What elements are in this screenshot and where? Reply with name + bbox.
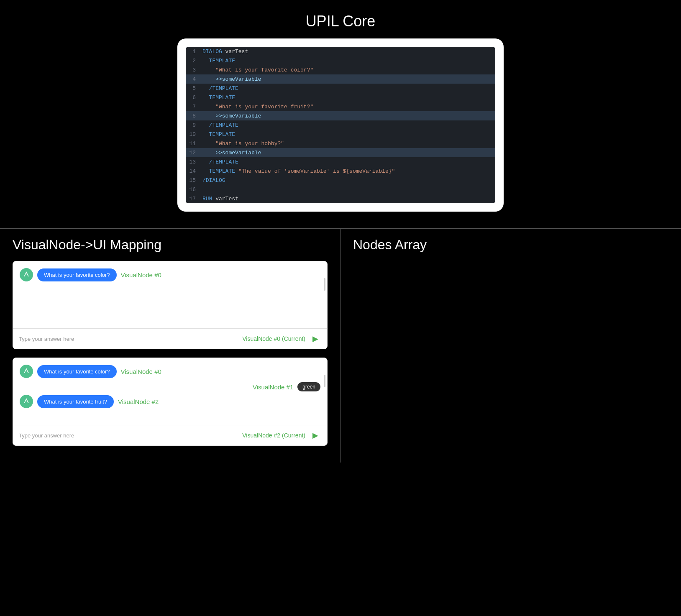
code-content-14: TEMPLATE "The value of 'someVariable' is… (202, 168, 395, 174)
code-line-12: 12 >>someVariable (186, 148, 495, 157)
code-line-17: 17 RUN varTest (186, 194, 495, 203)
line-num-14: 14 (186, 168, 202, 174)
node-label-2-0: VisualNode #0 (121, 368, 161, 375)
chat-bubble-2-0: What is your favorite color? (37, 365, 117, 378)
bottom-section: VisualNode->UI Mapping What is your favo… (0, 228, 681, 463)
chat-body-2: What is your favorite color? VisualNode … (13, 358, 327, 425)
line-num-17: 17 (186, 196, 202, 202)
code-line-1: 1 DIALOG varTest (186, 47, 495, 56)
line-num-8: 8 (186, 113, 202, 119)
right-column: Nodes Array (340, 229, 681, 463)
chat-bubble-2-2: What is your favorite fruit? (37, 395, 114, 408)
line-num-4: 4 (186, 76, 202, 82)
right-section-title: Nodes Array (353, 237, 668, 253)
left-section-title: VisualNode->UI Mapping (13, 237, 328, 253)
line-num-16: 16 (186, 187, 202, 193)
code-line-2: 2 TEMPLATE (186, 56, 495, 65)
code-line-15: 15 /DIALOG (186, 176, 495, 185)
line-num-3: 3 (186, 67, 202, 73)
message-row-2-0: What is your favorite color? VisualNode … (20, 365, 320, 378)
current-node-label-2: VisualNode #2 (Current) (242, 432, 305, 439)
node-label-2-1: VisualNode #1 (253, 383, 293, 391)
code-container: 1 DIALOG varTest 2 TEMPLATE 3 "What is y… (177, 38, 504, 212)
code-content-9: /TEMPLATE (202, 122, 238, 128)
node-label-2-2: VisualNode #2 (118, 398, 159, 405)
code-line-16: 16 (186, 185, 495, 194)
chat-footer-2[interactable]: Type your answer here VisualNode #2 (Cur… (13, 425, 327, 445)
chat-footer-1[interactable]: Type your answer here VisualNode #0 (Cur… (13, 328, 327, 349)
line-num-12: 12 (186, 150, 202, 156)
chat-widget-1: What is your favorite color? VisualNode … (13, 261, 328, 349)
top-section: UPIL Core 1 DIALOG varTest 2 TEMPLATE 3 … (0, 0, 681, 228)
code-content-17: RUN varTest (202, 196, 238, 202)
vuejs-logo-1 (20, 268, 33, 281)
chat-input-2[interactable]: Type your answer here (19, 432, 238, 439)
line-num-5: 5 (186, 85, 202, 92)
code-content-11: "What is your hobby?" (202, 141, 284, 147)
code-line-10: 10 TEMPLATE (186, 130, 495, 139)
code-line-9: 9 /TEMPLATE (186, 120, 495, 130)
code-line-11: 11 "What is your hobby?" (186, 139, 495, 148)
scrollbar-2 (324, 375, 325, 387)
line-num-1: 1 (186, 49, 202, 55)
message-row-1-0: What is your favorite color? VisualNode … (20, 268, 320, 281)
node-label-1-0: VisualNode #0 (121, 271, 161, 279)
code-line-8: 8 >>someVariable (186, 111, 495, 120)
message-row-2-2: What is your favorite fruit? VisualNode … (20, 395, 320, 408)
code-content-2: TEMPLATE (202, 58, 235, 64)
code-line-5: 5 /TEMPLATE (186, 84, 495, 93)
answer-row-2-1: VisualNode #1 green (20, 382, 320, 391)
send-button-2[interactable]: ▶ (310, 429, 321, 441)
code-content-13: /TEMPLATE (202, 159, 238, 165)
code-content-5: /TEMPLATE (202, 85, 238, 92)
code-content-10: TEMPLATE (202, 131, 235, 138)
code-line-6: 6 TEMPLATE (186, 93, 495, 102)
code-content-8: >>someVariable (202, 113, 261, 119)
line-num-13: 13 (186, 159, 202, 165)
line-num-9: 9 (186, 122, 202, 128)
chat-input-1[interactable]: Type your answer here (19, 336, 238, 342)
code-content-15: /DIALOG (202, 177, 225, 184)
line-num-15: 15 (186, 177, 202, 184)
vuejs-logo-2b (20, 395, 33, 408)
code-content-4: >>someVariable (202, 76, 261, 82)
left-column: VisualNode->UI Mapping What is your favo… (0, 229, 340, 463)
code-content-7: "What is your favorite fruit?" (202, 104, 313, 110)
vuejs-logo-2a (20, 365, 33, 378)
code-editor: 1 DIALOG varTest 2 TEMPLATE 3 "What is y… (186, 47, 495, 203)
chat-widget-2: What is your favorite color? VisualNode … (13, 358, 328, 446)
scrollbar-1 (324, 278, 325, 291)
line-num-6: 6 (186, 95, 202, 101)
code-content-6: TEMPLATE (202, 95, 235, 101)
code-line-3: 3 "What is your favorite color?" (186, 65, 495, 74)
line-num-10: 10 (186, 131, 202, 138)
code-line-13: 13 /TEMPLATE (186, 157, 495, 166)
code-content-1: DIALOG varTest (202, 49, 248, 55)
code-line-14: 14 TEMPLATE "The value of 'someVariable'… (186, 166, 495, 176)
answer-badge-2-1: green (297, 382, 320, 391)
code-line-7: 7 "What is your favorite fruit?" (186, 102, 495, 111)
chat-bubble-1-0: What is your favorite color? (37, 268, 117, 281)
upil-core-title: UPIL Core (306, 13, 376, 30)
current-node-label-1: VisualNode #0 (Current) (242, 335, 305, 342)
chat-body-1: What is your favorite color? VisualNode … (13, 261, 327, 328)
line-num-11: 11 (186, 141, 202, 147)
send-button-1[interactable]: ▶ (310, 333, 321, 345)
line-num-2: 2 (186, 58, 202, 64)
code-content-3: "What is your favorite color?" (202, 67, 313, 73)
code-content-12: >>someVariable (202, 150, 261, 156)
code-line-4: 4 >>someVariable (186, 74, 495, 84)
line-num-7: 7 (186, 104, 202, 110)
